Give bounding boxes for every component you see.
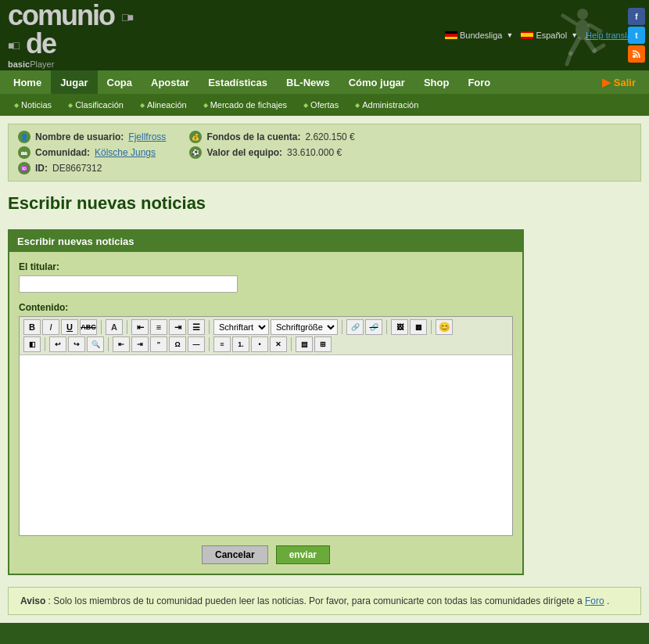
svg-point-0 (577, 9, 588, 20)
indent-increase-button[interactable]: ⇥ (131, 336, 149, 352)
table-props-button[interactable]: ⊞ (314, 336, 332, 352)
social-icons: f t (628, 8, 645, 63)
svg-line-6 (586, 39, 594, 51)
user-fondos-row: 💰 Fondos de la cuenta: 2.620.150 € (189, 131, 354, 143)
nav-salir[interactable]: ▶ Salir (593, 70, 645, 94)
nav-copa[interactable]: Copa (98, 70, 142, 94)
editor-toolbar: B I U ABC A ⇤ ≡ ⇥ ☰ (20, 317, 512, 355)
align-center-button[interactable]: ≡ (150, 319, 167, 335)
bundesliga-link[interactable]: Bundesliga ▼ (445, 31, 513, 40)
underline-button[interactable]: U (61, 319, 78, 335)
strikethrough-button[interactable]: ABC (80, 319, 97, 335)
redo-button[interactable]: ↪ (68, 336, 85, 352)
flag-es-icon (521, 31, 533, 39)
header: comunio □■■□ de basicPlayer Bundesliga ▼… (0, 0, 649, 70)
remove-format-button[interactable]: ✕ (270, 336, 287, 352)
toolbar-sep-9 (209, 337, 210, 351)
align-justify-button[interactable]: ☰ (188, 319, 205, 335)
image-button[interactable]: 🖼 (391, 319, 408, 335)
user-info: 👤 Nombre de usuario: Fjellfross 🏘 Comuni… (8, 124, 641, 182)
subnav-administracion[interactable]: ◆ Administración (349, 94, 425, 116)
nav-apostar[interactable]: Apostar (142, 70, 199, 94)
nav-jugar[interactable]: Jugar (51, 70, 97, 94)
nav-home[interactable]: Home (4, 70, 51, 94)
user-valor-icon: ⚽ (189, 146, 202, 159)
user-id-row: 🆔 ID: DE8667312 (18, 162, 166, 174)
title-field: El titular: (19, 261, 513, 293)
content: 👤 Nombre de usuario: Fjellfross 🏘 Comuni… (0, 116, 649, 623)
facebook-icon[interactable]: f (628, 8, 645, 25)
toolbar-sep-2 (127, 320, 127, 334)
notice-text: : Solo los miembros de tu comunidad pued… (48, 595, 583, 606)
flag-de-icon (445, 31, 457, 39)
font-size-select[interactable]: Schriftgröße (271, 319, 338, 335)
cancel-button[interactable]: Cancelar (202, 545, 268, 564)
undo-button[interactable]: ↩ (49, 336, 66, 352)
nav-foro[interactable]: Foro (458, 70, 500, 94)
list-ul-button[interactable]: ≡ (213, 336, 231, 352)
blockquote-button[interactable]: " (150, 336, 167, 352)
foro-link[interactable]: Foro (585, 595, 604, 606)
nav-shop[interactable]: Shop (414, 70, 459, 94)
editor-container: B I U ABC A ⇤ ≡ ⇥ ☰ (19, 316, 513, 536)
user-fondos-icon: 💰 (189, 131, 202, 143)
bold-button[interactable]: B (23, 319, 41, 335)
user-community-icon: 🏘 (18, 146, 30, 159)
svg-line-2 (563, 16, 575, 23)
find-button[interactable]: 🔍 (87, 336, 104, 352)
smiley-button[interactable]: 😊 (436, 319, 453, 335)
toolbar-sep-6 (431, 320, 432, 334)
table-button[interactable]: ▦ (410, 319, 427, 335)
news-form-container: Escribir nuevas noticias El titular: Con… (8, 229, 524, 575)
logo[interactable]: comunio □■■□ de (8, 2, 132, 58)
nav-como-jugar[interactable]: Cómo jugar (339, 70, 414, 94)
indent-decrease-button[interactable]: ⇤ (113, 336, 130, 352)
content-field: Contenido: B I U ABC A ⇤ ≡ (19, 302, 513, 536)
form-header: Escribir nuevas noticias (9, 231, 522, 252)
hr-button[interactable]: — (188, 336, 205, 352)
user-nombre-link[interactable]: Fjellfross (128, 131, 166, 142)
svg-point-8 (633, 55, 636, 58)
svg-line-3 (590, 25, 601, 31)
subnav-mercado[interactable]: ◆ Mercado de fichajes (197, 94, 293, 116)
subnav-ofertas[interactable]: ◆ Ofertas (297, 94, 345, 116)
font-family-select[interactable]: Schriftart (213, 319, 269, 335)
list-ol-button[interactable]: 1. (232, 336, 249, 352)
toolbar-sep-7 (45, 337, 45, 351)
list-item-button[interactable]: • (251, 336, 268, 352)
font-color-button[interactable]: A (106, 319, 123, 335)
header-top-links: Bundesliga ▼ Español ▼ Help translate! (445, 31, 641, 40)
header-right: Bundesliga ▼ Español ▼ Help translate! (445, 31, 641, 40)
editor-area[interactable] (20, 355, 512, 535)
twitter-icon[interactable]: t (628, 27, 645, 44)
user-col-right: 💰 Fondos de la cuenta: 2.620.150 € ⚽ Val… (189, 131, 354, 174)
svg-point-1 (575, 20, 590, 40)
align-left-button[interactable]: ⇤ (131, 319, 149, 335)
subnav-clasificacion[interactable]: ◆ Clasificación (62, 94, 130, 116)
toolbar-row-2: ◧ ↩ ↪ 🔍 ⇤ ⇥ " Ω — ≡ (23, 336, 508, 352)
logo-subtitle: basicPlayer (8, 59, 132, 69)
italic-button[interactable]: I (42, 319, 59, 335)
align-right-button[interactable]: ⇥ (169, 319, 186, 335)
link-button[interactable]: 🔗 (346, 319, 364, 335)
form-buttons: Cancelar enviar (19, 545, 513, 564)
special-char-button[interactable]: Ω (169, 336, 186, 352)
source-button[interactable]: ◧ (23, 336, 41, 352)
title-label: El titular: (19, 261, 513, 272)
nav-bl-news[interactable]: BL-News (277, 70, 339, 94)
title-input[interactable] (19, 275, 238, 293)
svg-line-4 (571, 39, 579, 53)
subnav-noticias[interactable]: ◆ Noticias (8, 94, 58, 116)
table-insert-button[interactable]: ▤ (296, 336, 313, 352)
content-label: Contenido: (19, 302, 513, 313)
nav-estadisticas[interactable]: Estadísticas (199, 70, 277, 94)
svg-line-5 (567, 53, 571, 64)
user-nombre-row: 👤 Nombre de usuario: Fjellfross (18, 131, 166, 143)
toolbar-sep-8 (108, 337, 109, 351)
submit-button[interactable]: enviar (276, 545, 330, 564)
toolbar-row-1: B I U ABC A ⇤ ≡ ⇥ ☰ (23, 319, 508, 335)
unlink-button[interactable]: 🔗 (365, 319, 382, 335)
rss-icon[interactable] (628, 45, 645, 63)
subnav-alineacion[interactable]: ◆ Alineación (134, 94, 193, 116)
user-comunidad-link[interactable]: Kölsche Jungs (95, 147, 156, 158)
